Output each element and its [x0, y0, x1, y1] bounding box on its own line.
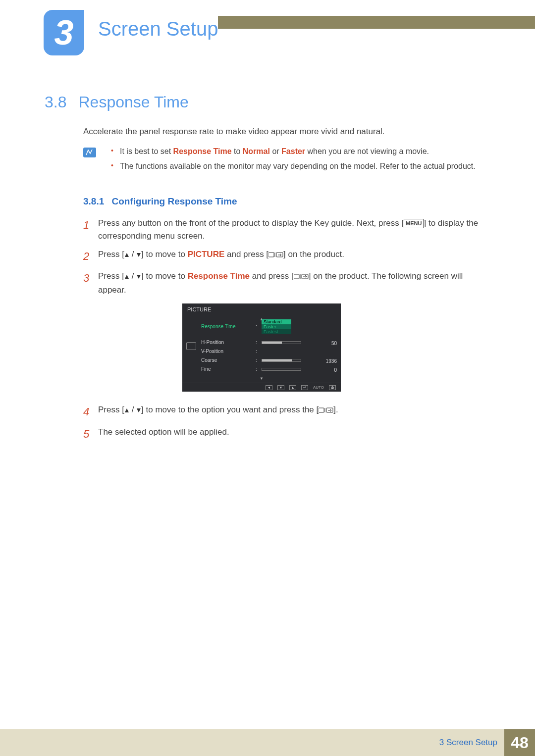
- note1-pre: It is best to set: [120, 147, 173, 155]
- subsection-heading: 3.8.1 Configuring Response Time: [83, 196, 237, 207]
- svg-marker-6: [137, 275, 141, 279]
- osd-nav-up-icon: ▲: [289, 385, 296, 390]
- step-number: 2: [83, 248, 98, 265]
- step-2: 2 Press [ / ] to move to PICTURE and pre…: [83, 248, 490, 265]
- osd-value-coarse: 1936: [326, 357, 337, 365]
- step2-hl: PICTURE: [188, 250, 225, 259]
- osd-option-fastest: Fastest: [262, 329, 291, 334]
- svg-rect-12: [319, 408, 324, 412]
- osd-item-fine: Fine: [201, 365, 253, 373]
- step2-mid2: and press [: [224, 250, 268, 259]
- osd-button-bar: ◄ ▼ ▲ ↵ AUTO ⏻: [182, 383, 341, 392]
- osd-enter-icon: ↵: [301, 385, 308, 390]
- note1-hl3: Faster: [281, 147, 305, 155]
- osd-title: PICTURE: [182, 303, 341, 316]
- note-item-2: The functions available on the monitor m…: [111, 160, 490, 172]
- section-number: 3.8: [45, 93, 66, 111]
- osd-scroll-down-icon: ▼: [182, 376, 341, 382]
- osd-item-v-position: V-Position: [201, 348, 253, 355]
- menu-button-icon: MENU: [404, 219, 424, 228]
- step4-post: ].: [333, 405, 338, 414]
- svg-marker-11: [137, 408, 141, 412]
- step4-mid: ] to move to the option you want and pre…: [141, 405, 319, 414]
- header-stripe: [218, 16, 535, 29]
- note-item-1: It is best to set Response Time to Norma…: [111, 146, 490, 157]
- triangle-down-icon: [136, 404, 141, 417]
- step2-post: ] on the product.: [283, 250, 344, 259]
- osd-option-faster: Faster: [262, 324, 291, 329]
- step1-pre: Press any button on the front of the pro…: [98, 218, 404, 228]
- step3-hl: Response Time: [188, 271, 250, 281]
- osd-nav-left-icon: ◄: [266, 385, 272, 390]
- step4-pre: Press [: [98, 405, 124, 414]
- note1-mid2: or: [270, 147, 281, 155]
- note1-hl1: Response Time: [173, 147, 232, 155]
- triangle-down-icon: [136, 249, 141, 261]
- source-enter-icon: [268, 249, 283, 262]
- step-5: 5 The selected option will be applied.: [83, 426, 490, 443]
- note1-post: when you are not viewing a movie.: [305, 147, 429, 155]
- page-footer: 3 Screen Setup 48: [0, 729, 535, 756]
- osd-nav-down-icon: ▼: [277, 385, 284, 390]
- step3-mid1: ] to move to: [141, 271, 188, 281]
- source-enter-icon: [319, 404, 333, 417]
- step2-mid1: ] to move to: [141, 250, 188, 259]
- svg-rect-2: [268, 252, 274, 257]
- chapter-title: Screen Setup: [98, 18, 218, 40]
- step3-mid2: and press [: [250, 271, 294, 281]
- section-intro: Accelerate the panel response rate to ma…: [83, 127, 490, 137]
- triangle-up-icon: [124, 270, 129, 283]
- step-number: 4: [83, 403, 98, 420]
- source-enter-icon: [294, 271, 309, 284]
- section-title: Response Time: [78, 93, 188, 111]
- chapter-number-badge: 3: [44, 10, 84, 55]
- step-3: 3 Press [ / ] to move to Response Time a…: [83, 270, 490, 399]
- svg-marker-0: [125, 253, 129, 257]
- osd-screenshot: PICTURE ▲ Response Time : Standard Faste…: [182, 303, 341, 392]
- note1-mid1: to: [232, 147, 243, 155]
- section-heading: 3.8 Response Time: [45, 93, 189, 111]
- step-number: 3: [83, 270, 98, 399]
- osd-category-icons: [186, 322, 198, 374]
- osd-item-response-time: Response Time: [201, 323, 253, 331]
- footer-page-number: 48: [504, 729, 535, 756]
- triangle-up-icon: [124, 404, 129, 417]
- note1-hl2: Normal: [243, 147, 270, 155]
- step5-text: The selected option will be applied.: [98, 426, 490, 443]
- osd-option-standard: Standard: [262, 319, 291, 324]
- step-number: 1: [83, 217, 98, 243]
- osd-value-h-position: 50: [331, 340, 337, 348]
- triangle-up-icon: [124, 249, 129, 261]
- step-4: 4 Press [ / ] to move to the option you …: [83, 403, 490, 420]
- svg-marker-5: [125, 275, 129, 279]
- osd-category-icon: [186, 342, 196, 350]
- svg-marker-1: [137, 253, 141, 257]
- note-block: It is best to set Response Time to Norma…: [83, 146, 490, 175]
- osd-item-h-position: H-Position: [201, 339, 253, 347]
- osd-power-icon: ⏻: [329, 385, 336, 390]
- subsection-number: 3.8.1: [83, 196, 104, 206]
- osd-value-fine: 0: [334, 366, 337, 374]
- subsection-title: Configuring Response Time: [112, 196, 237, 206]
- note-icon: [83, 148, 96, 157]
- footer-chapter-label: 3 Screen Setup: [439, 738, 497, 748]
- step2-pre: Press [: [98, 250, 124, 259]
- svg-rect-7: [294, 274, 299, 279]
- step3-pre: Press [: [98, 271, 124, 281]
- svg-marker-10: [125, 408, 129, 412]
- triangle-down-icon: [136, 270, 141, 283]
- step-1: 1 Press any button on the front of the p…: [83, 217, 490, 243]
- step-number: 5: [83, 426, 98, 443]
- osd-item-coarse: Coarse: [201, 356, 253, 364]
- steps-list: 1 Press any button on the front of the p…: [83, 217, 490, 448]
- osd-auto-label: AUTO: [313, 385, 324, 391]
